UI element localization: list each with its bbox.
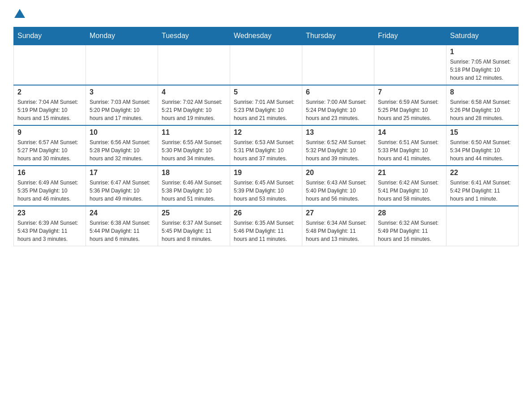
calendar-cell xyxy=(86,45,158,85)
day-info: Sunrise: 6:43 AM Sunset: 5:40 PM Dayligh… xyxy=(306,179,370,203)
calendar-cell: 26Sunrise: 6:35 AM Sunset: 5:46 PM Dayli… xyxy=(230,206,302,246)
calendar-body: 1Sunrise: 7:05 AM Sunset: 5:18 PM Daylig… xyxy=(14,45,519,246)
day-info: Sunrise: 6:38 AM Sunset: 5:44 PM Dayligh… xyxy=(90,219,154,243)
header-day-saturday: Saturday xyxy=(446,27,519,45)
day-number: 23 xyxy=(17,209,82,217)
day-info: Sunrise: 6:56 AM Sunset: 5:28 PM Dayligh… xyxy=(90,138,154,163)
header-day-monday: Monday xyxy=(86,27,158,45)
page-header xyxy=(13,9,519,18)
day-number: 1 xyxy=(450,48,515,56)
day-info: Sunrise: 6:45 AM Sunset: 5:39 PM Dayligh… xyxy=(234,179,298,203)
calendar-cell: 17Sunrise: 6:47 AM Sunset: 5:36 PM Dayli… xyxy=(86,166,158,206)
day-info: Sunrise: 6:37 AM Sunset: 5:45 PM Dayligh… xyxy=(162,219,226,243)
calendar-cell: 22Sunrise: 6:41 AM Sunset: 5:42 PM Dayli… xyxy=(446,166,519,206)
calendar-cell xyxy=(374,45,446,85)
calendar-cell: 13Sunrise: 6:52 AM Sunset: 5:32 PM Dayli… xyxy=(302,125,374,166)
day-info: Sunrise: 6:35 AM Sunset: 5:46 PM Dayligh… xyxy=(234,219,298,243)
calendar-cell: 2Sunrise: 7:04 AM Sunset: 5:19 PM Daylig… xyxy=(14,85,86,125)
day-number: 26 xyxy=(234,209,298,217)
calendar-cell: 25Sunrise: 6:37 AM Sunset: 5:45 PM Dayli… xyxy=(158,206,230,246)
calendar-cell: 4Sunrise: 7:02 AM Sunset: 5:21 PM Daylig… xyxy=(158,85,230,125)
day-number: 7 xyxy=(378,88,442,96)
day-number: 22 xyxy=(450,169,515,177)
day-number: 27 xyxy=(306,209,370,217)
day-number: 25 xyxy=(162,209,226,217)
calendar-cell xyxy=(302,45,374,85)
calendar-cell xyxy=(230,45,302,85)
logo xyxy=(13,9,26,18)
calendar-cell: 18Sunrise: 6:46 AM Sunset: 5:38 PM Dayli… xyxy=(158,166,230,206)
day-number: 11 xyxy=(162,128,226,137)
day-number: 10 xyxy=(90,128,154,137)
day-info: Sunrise: 7:02 AM Sunset: 5:21 PM Dayligh… xyxy=(162,98,226,122)
calendar-cell: 5Sunrise: 7:01 AM Sunset: 5:23 PM Daylig… xyxy=(230,85,302,125)
day-info: Sunrise: 7:03 AM Sunset: 5:20 PM Dayligh… xyxy=(90,98,154,122)
calendar-cell: 3Sunrise: 7:03 AM Sunset: 5:20 PM Daylig… xyxy=(86,85,158,125)
day-info: Sunrise: 6:49 AM Sunset: 5:35 PM Dayligh… xyxy=(17,179,82,203)
header-row: SundayMondayTuesdayWednesdayThursdayFrid… xyxy=(14,27,519,45)
week-row-1: 2Sunrise: 7:04 AM Sunset: 5:19 PM Daylig… xyxy=(14,85,519,125)
day-info: Sunrise: 6:57 AM Sunset: 5:27 PM Dayligh… xyxy=(17,138,82,163)
day-info: Sunrise: 6:51 AM Sunset: 5:33 PM Dayligh… xyxy=(378,138,442,163)
day-info: Sunrise: 6:41 AM Sunset: 5:42 PM Dayligh… xyxy=(450,179,515,203)
day-info: Sunrise: 6:46 AM Sunset: 5:38 PM Dayligh… xyxy=(162,179,226,203)
day-info: Sunrise: 6:32 AM Sunset: 5:49 PM Dayligh… xyxy=(378,219,442,243)
calendar-header: SundayMondayTuesdayWednesdayThursdayFrid… xyxy=(14,27,519,45)
calendar-cell: 7Sunrise: 6:59 AM Sunset: 5:25 PM Daylig… xyxy=(374,85,446,125)
week-row-0: 1Sunrise: 7:05 AM Sunset: 5:18 PM Daylig… xyxy=(14,45,519,85)
day-info: Sunrise: 6:58 AM Sunset: 5:26 PM Dayligh… xyxy=(450,98,515,122)
header-day-tuesday: Tuesday xyxy=(158,27,230,45)
calendar-cell xyxy=(158,45,230,85)
day-number: 21 xyxy=(378,169,442,177)
day-number: 12 xyxy=(234,128,298,137)
day-number: 15 xyxy=(450,128,515,137)
day-info: Sunrise: 7:04 AM Sunset: 5:19 PM Dayligh… xyxy=(17,98,82,122)
calendar-cell: 20Sunrise: 6:43 AM Sunset: 5:40 PM Dayli… xyxy=(302,166,374,206)
calendar-cell: 1Sunrise: 7:05 AM Sunset: 5:18 PM Daylig… xyxy=(446,45,519,85)
header-day-sunday: Sunday xyxy=(14,27,86,45)
day-info: Sunrise: 6:42 AM Sunset: 5:41 PM Dayligh… xyxy=(378,179,442,203)
day-number: 24 xyxy=(90,209,154,217)
day-info: Sunrise: 6:52 AM Sunset: 5:32 PM Dayligh… xyxy=(306,138,370,163)
week-row-2: 9Sunrise: 6:57 AM Sunset: 5:27 PM Daylig… xyxy=(14,125,519,166)
day-number: 19 xyxy=(234,169,298,177)
day-number: 14 xyxy=(378,128,442,137)
day-number: 18 xyxy=(162,169,226,177)
calendar-cell: 15Sunrise: 6:50 AM Sunset: 5:34 PM Dayli… xyxy=(446,125,519,166)
logo-triangle-icon xyxy=(14,9,25,18)
calendar-cell: 14Sunrise: 6:51 AM Sunset: 5:33 PM Dayli… xyxy=(374,125,446,166)
calendar-cell: 21Sunrise: 6:42 AM Sunset: 5:41 PM Dayli… xyxy=(374,166,446,206)
day-number: 17 xyxy=(90,169,154,177)
calendar-cell: 6Sunrise: 7:00 AM Sunset: 5:24 PM Daylig… xyxy=(302,85,374,125)
calendar-cell: 19Sunrise: 6:45 AM Sunset: 5:39 PM Dayli… xyxy=(230,166,302,206)
day-number: 28 xyxy=(378,209,442,217)
calendar-cell: 8Sunrise: 6:58 AM Sunset: 5:26 PM Daylig… xyxy=(446,85,519,125)
calendar-cell: 12Sunrise: 6:53 AM Sunset: 5:31 PM Dayli… xyxy=(230,125,302,166)
calendar-cell: 16Sunrise: 6:49 AM Sunset: 5:35 PM Dayli… xyxy=(14,166,86,206)
calendar-cell: 10Sunrise: 6:56 AM Sunset: 5:28 PM Dayli… xyxy=(86,125,158,166)
week-row-3: 16Sunrise: 6:49 AM Sunset: 5:35 PM Dayli… xyxy=(14,166,519,206)
day-info: Sunrise: 6:34 AM Sunset: 5:48 PM Dayligh… xyxy=(306,219,370,243)
day-number: 4 xyxy=(162,88,226,96)
day-info: Sunrise: 7:05 AM Sunset: 5:18 PM Dayligh… xyxy=(450,58,515,82)
calendar-cell: 23Sunrise: 6:39 AM Sunset: 5:43 PM Dayli… xyxy=(14,206,86,246)
calendar-cell: 28Sunrise: 6:32 AM Sunset: 5:49 PM Dayli… xyxy=(374,206,446,246)
day-number: 9 xyxy=(17,128,82,137)
day-info: Sunrise: 6:55 AM Sunset: 5:30 PM Dayligh… xyxy=(162,138,226,163)
day-number: 8 xyxy=(450,88,515,96)
calendar-cell xyxy=(14,45,86,85)
header-day-thursday: Thursday xyxy=(302,27,374,45)
day-info: Sunrise: 7:01 AM Sunset: 5:23 PM Dayligh… xyxy=(234,98,298,122)
day-number: 2 xyxy=(17,88,82,96)
day-number: 13 xyxy=(306,128,370,137)
day-info: Sunrise: 6:39 AM Sunset: 5:43 PM Dayligh… xyxy=(17,219,82,243)
day-number: 5 xyxy=(234,88,298,96)
day-info: Sunrise: 6:59 AM Sunset: 5:25 PM Dayligh… xyxy=(378,98,442,122)
day-info: Sunrise: 6:53 AM Sunset: 5:31 PM Dayligh… xyxy=(234,138,298,163)
day-number: 20 xyxy=(306,169,370,177)
calendar-table: SundayMondayTuesdayWednesdayThursdayFrid… xyxy=(13,27,519,246)
calendar-cell xyxy=(446,206,519,246)
day-info: Sunrise: 7:00 AM Sunset: 5:24 PM Dayligh… xyxy=(306,98,370,122)
day-number: 6 xyxy=(306,88,370,96)
header-day-wednesday: Wednesday xyxy=(230,27,302,45)
